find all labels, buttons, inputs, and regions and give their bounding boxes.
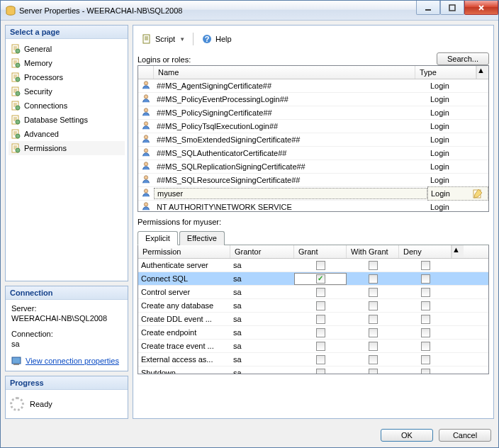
login-row[interactable]: ##MS_SQLResourceSigningCertificate##Logi… (138, 174, 488, 187)
user-icon (141, 134, 151, 145)
login-row[interactable]: myuserLogin (138, 187, 488, 201)
login-row[interactable]: ##MS_AgentSigningCertificate##Login (138, 79, 488, 93)
checkbox[interactable] (369, 369, 378, 374)
checkbox[interactable] (421, 369, 430, 374)
titlebar[interactable]: Server Properties - WEERACHAI-NB\SQL2008 (1, 1, 498, 21)
toolbar: Script ▼ ? Help (138, 30, 489, 51)
sidebar-item-security[interactable]: Security (9, 84, 125, 99)
permission-grantor: sa (230, 368, 294, 374)
checkbox[interactable] (421, 328, 430, 337)
script-button[interactable]: Script ▼ (138, 31, 189, 47)
checkbox[interactable] (369, 274, 378, 284)
checkbox[interactable] (369, 301, 378, 310)
edit-icon (472, 188, 483, 199)
logins-col-name[interactable]: Name (154, 66, 415, 79)
checkbox[interactable] (369, 288, 378, 297)
checkbox[interactable] (421, 355, 430, 364)
sidebar-item-database-settings[interactable]: Database Settings (9, 113, 125, 127)
connection-properties-icon (11, 355, 23, 366)
cancel-button[interactable]: Cancel (439, 429, 491, 442)
perm-col-grant[interactable]: Grant (294, 245, 347, 258)
checkbox[interactable] (316, 328, 325, 337)
help-button[interactable]: ? Help (198, 31, 235, 47)
checkbox[interactable] (316, 301, 325, 310)
view-connection-properties-link[interactable]: View connection properties (26, 357, 119, 365)
login-row[interactable]: ##MS_SQLAuthenticatorCertificate##Login (138, 147, 488, 160)
checkbox[interactable] (316, 274, 325, 284)
permission-row[interactable]: Shutdownsa (138, 366, 488, 374)
permissions-body[interactable]: Authenticate serversaConnect SQLsaContro… (138, 259, 488, 374)
logins-label: Logins or roles: (138, 55, 191, 64)
checkbox[interactable] (369, 261, 378, 270)
connection-panel: Connection Server: WEERACHAI-NB\SQL2008 … (5, 286, 128, 371)
permission-row[interactable]: Connect SQLsa (138, 272, 488, 286)
perm-col-grantor[interactable]: Grantor (230, 245, 294, 258)
permission-row[interactable]: Create any databasesa (138, 299, 488, 313)
sidebar-item-label: Connections (24, 101, 67, 110)
permission-row[interactable]: Create trace event ...sa (138, 340, 488, 353)
checkbox[interactable] (316, 342, 325, 351)
sidebar-item-general[interactable]: General (9, 42, 125, 56)
tab-explicit[interactable]: Explicit (138, 231, 178, 245)
checkbox[interactable] (421, 288, 430, 297)
perm-col-permission[interactable]: Permission (138, 245, 230, 258)
checkbox[interactable] (421, 274, 430, 284)
login-row[interactable]: ##MS_SmoExtendedSigningCertificate##Logi… (138, 133, 488, 147)
tab-effective[interactable]: Effective (179, 231, 225, 245)
permission-row[interactable]: Control serversa (138, 286, 488, 299)
permission-grantor: sa (230, 327, 294, 337)
sidebar-item-label: Advanced (24, 130, 59, 138)
login-type: Login (427, 121, 488, 131)
logins-col-type[interactable]: Type (415, 66, 476, 79)
checkbox[interactable] (421, 261, 430, 270)
checkbox[interactable] (316, 261, 325, 270)
perm-col-withgrant[interactable]: With Grant (347, 245, 399, 258)
perm-col-deny[interactable]: Deny (399, 245, 452, 258)
login-type: Login (427, 94, 488, 104)
login-row[interactable]: NT AUTHORITY\NETWORK SERVICELogin (138, 201, 488, 211)
checkbox[interactable] (316, 315, 325, 324)
login-row[interactable]: ##MS_PolicyEventProcessingLogin##Login (138, 93, 488, 106)
checkbox[interactable] (421, 301, 430, 310)
checkbox[interactable] (369, 342, 378, 351)
logins-col-icon[interactable] (138, 66, 154, 79)
login-name: ##MS_PolicySigningCertificate## (154, 108, 427, 118)
checkbox[interactable] (316, 288, 325, 297)
svg-point-27 (144, 122, 147, 125)
logins-body[interactable]: ##MS_AgentSigningCertificate##Login##MS_… (138, 79, 488, 211)
login-type: Login (427, 202, 488, 211)
search-button[interactable]: Search... (437, 52, 489, 65)
permissions-label: Permissions for myuser: (138, 218, 489, 226)
sidebar-item-advanced[interactable]: Advanced (9, 127, 125, 141)
login-row[interactable]: ##MS_PolicyTsqlExecutionLogin##Login (138, 120, 488, 133)
page-selector-header: Select a page (6, 26, 128, 39)
checkbox[interactable] (421, 315, 430, 324)
maximize-button[interactable] (440, 1, 464, 15)
close-button[interactable] (464, 1, 498, 15)
svg-point-8 (16, 77, 20, 82)
permission-row[interactable]: External access as...sa (138, 353, 488, 366)
sidebar-item-permissions[interactable]: Permissions (9, 141, 125, 155)
checkbox[interactable] (369, 355, 378, 364)
permission-row[interactable]: Create endpointsa (138, 326, 488, 340)
checkbox[interactable] (421, 342, 430, 351)
permission-row[interactable]: Create DDL event ...sa (138, 313, 488, 326)
sidebar-item-processors[interactable]: Processors (9, 70, 125, 84)
sidebar-item-connections[interactable]: Connections (9, 99, 125, 113)
ok-button[interactable]: OK (381, 429, 433, 442)
login-row[interactable]: ##MS_PolicySigningCertificate##Login (138, 106, 488, 120)
sidebar-item-label: General (24, 45, 52, 53)
svg-point-26 (144, 108, 147, 112)
checkbox[interactable] (369, 315, 378, 324)
checkbox[interactable] (316, 355, 325, 364)
minimize-button[interactable] (416, 1, 440, 15)
checkbox[interactable] (369, 328, 378, 337)
user-icon (141, 147, 151, 159)
svg-text:?: ? (205, 35, 210, 43)
login-type: Login (427, 148, 488, 158)
sidebar-item-memory[interactable]: Memory (9, 56, 125, 70)
login-row[interactable]: ##MS_SQLReplicationSigningCertificate##L… (138, 160, 488, 174)
login-name: myuser (154, 188, 427, 199)
checkbox[interactable] (316, 369, 325, 374)
permission-row[interactable]: Authenticate serversa (138, 259, 488, 272)
